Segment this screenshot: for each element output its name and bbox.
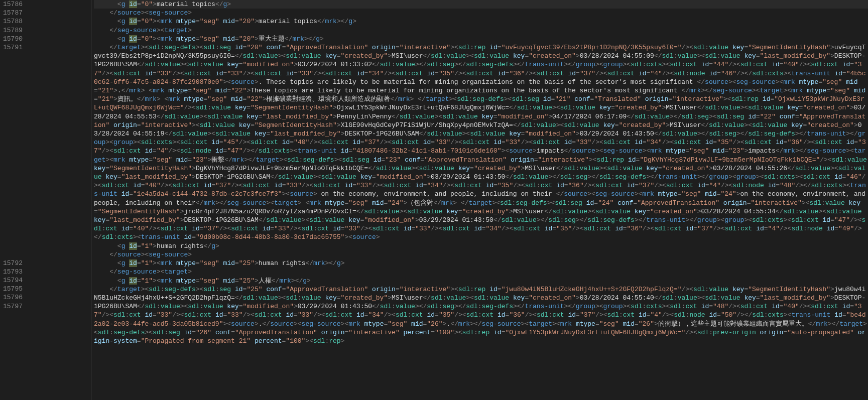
code-editor: 15786 15787 15788 15789 15790 15791 1579… [0,0,868,400]
line-number-gutter: 15786 15787 15788 15789 15790 15791 1579… [0,0,32,400]
code-area[interactable]: <g id="0">material topics</g> </source><… [92,0,868,400]
minimap[interactable] [32,0,92,400]
